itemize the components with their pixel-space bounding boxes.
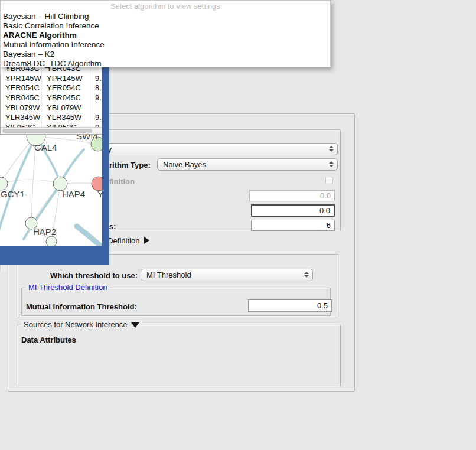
which-threshold-select[interactable]: MI Threshold (141, 269, 313, 281)
table-row[interactable]: YLR345WYLR345W9. (1, 112, 102, 122)
table-cell: YBR045C (1, 93, 42, 103)
algorithm-option-mutual-information-inference[interactable]: Mutual Information Inference (3, 40, 105, 50)
sources-toggle[interactable]: Sources for Network Inference (21, 320, 142, 329)
dpi-tolerance-field[interactable]: 0.0 (251, 204, 335, 217)
network-node-label: HAP4 (62, 189, 85, 199)
manual-kernel-checkbox[interactable] (325, 177, 333, 184)
network-edge-thick[interactable] (77, 226, 102, 246)
mi-type-value: Naive Bayes (163, 160, 206, 169)
aracne-mode-select[interactable]: Discovery (72, 143, 338, 155)
table-horizontal-scrollbar[interactable] (1, 127, 102, 134)
table-row[interactable]: YIL052CYIL052C9. (1, 122, 102, 127)
table-cell: YER054C (42, 83, 90, 93)
algorithm-select-popup: Select algorithm to view settings Bayesi… (0, 0, 331, 67)
network-node-label: GCY1 (1, 189, 25, 199)
table-row[interactable]: YBL079WYBL079W (1, 103, 102, 113)
kernel-width-field[interactable]: 0.0 (249, 190, 335, 201)
table-cell: YLR345W (1, 112, 42, 122)
network-node-label: Y (97, 189, 102, 199)
table-cell: 8. (90, 83, 102, 93)
expanded-arrow-icon (131, 322, 139, 328)
table-cell: YBL079W (1, 103, 42, 113)
network-node-gcy1[interactable] (0, 177, 8, 190)
mi-threshold-field[interactable]: 0.5 (248, 299, 332, 312)
table-cell: YBL079W (42, 103, 90, 113)
table-row[interactable]: YPR145WYPR145W9. (1, 73, 102, 83)
group-title: MI Threshold Definition (26, 283, 109, 292)
algorithm-option-basic-correlation-inference[interactable]: Basic Correlation Inference (3, 21, 99, 31)
algorithm-placeholder: Select algorithm to view settings (1, 2, 330, 11)
algorithm-option-bayesian-hill-climbing[interactable]: Bayesian – Hill Climbing (3, 12, 89, 21)
table-cell: 9. (90, 112, 102, 122)
algorithm-option-aracne-algorithm[interactable]: ARACNE Algorithm (3, 31, 77, 40)
network-node[interactable] (46, 236, 57, 246)
table-cell: YER054C (1, 83, 42, 93)
stepper-icon (329, 146, 333, 152)
table-row[interactable]: YER054CYER054C8. (1, 83, 102, 93)
mi-type-select[interactable]: Naive Bayes (157, 158, 338, 171)
table-row[interactable]: YBR045CYBR045C9. (1, 93, 102, 103)
stepper-icon (304, 272, 308, 278)
algorithm-option-dream8-dc-tdc-algorithm[interactable]: Dream8 DC_TDC Algorithm (3, 59, 102, 69)
stepper-icon (329, 161, 333, 167)
table-cell: YIL052C (42, 122, 90, 127)
mi-steps-field[interactable]: 6 (251, 220, 335, 231)
mi-threshold-label: Mutual Information Threshold: (26, 302, 137, 311)
network-edge[interactable] (1, 180, 60, 184)
table-cell: 9. (90, 93, 102, 103)
table-cell: YBR045C (42, 93, 90, 103)
sources-title: Sources for Network Inference (24, 320, 128, 329)
which-threshold-label: Which threshold to use: (50, 271, 138, 280)
table-cell: YPR145W (42, 73, 90, 83)
table-cell: YIL052C (1, 122, 42, 127)
table-cell: 9. (90, 73, 102, 83)
table-cell: YLR345W (42, 112, 90, 122)
table-cell: YPR145W (1, 73, 42, 83)
which-threshold-value: MI Threshold (146, 270, 191, 279)
algorithm-option-bayesian-k2[interactable]: Bayesian – K2 (3, 50, 54, 59)
network-node-label: GAL4 (34, 142, 57, 152)
table-cell (90, 103, 102, 113)
table-cell: 9. (90, 122, 102, 127)
sources-group: Sources for Network Inference (17, 325, 341, 387)
data-attributes-label: Data Attributes (21, 335, 76, 344)
network-node-label: HAP2 (33, 227, 56, 237)
collapsed-arrow-icon (144, 237, 149, 244)
